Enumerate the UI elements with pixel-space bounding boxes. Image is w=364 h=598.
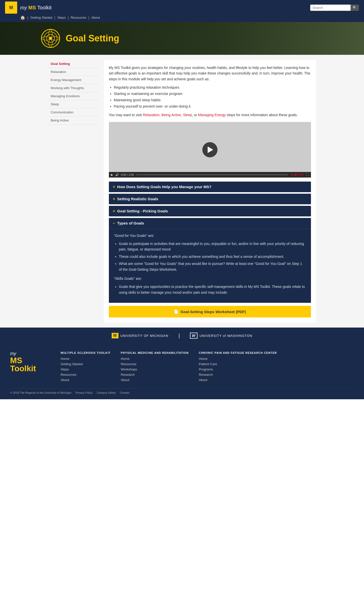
footer-col-2-heading: PHYSICAL MEDICINE AND REHABILITATION (121, 351, 189, 354)
sidebar-item-managing-emotions[interactable]: Managing Emotions (48, 92, 99, 100)
accordion-types-body: "Good for You Goals" are: Goals to parti… (109, 229, 311, 303)
footer-col-pmr: PHYSICAL MEDICINE AND REHABILITATION Hom… (121, 351, 189, 383)
nav-bar: 🏠 | Getting Started | Steps | Resources … (0, 15, 364, 22)
sidebar-item-being-active[interactable]: Being Active (48, 116, 99, 124)
header-bar: M my MS Toolkit 🔍 (0, 0, 364, 15)
search-button[interactable]: 🔍 (351, 5, 359, 11)
contact-link[interactable]: Contact (120, 391, 129, 394)
footer-link-pmr-resources[interactable]: Resources (121, 362, 189, 366)
footer-brand-title: my MSToolkit (10, 351, 51, 372)
footer-col-ms-toolkit: MULTIPLE SCLEROSIS TOOLKIT Home Getting … (61, 351, 111, 383)
video-time: 0:00 / 3:00 (121, 173, 134, 176)
footer-link-ms-steps[interactable]: Steps (61, 367, 111, 371)
video-progress-bar[interactable] (136, 174, 288, 175)
footer-link-ms-getting-started[interactable]: Getting Started (61, 362, 111, 366)
footer-link-ms-resources[interactable]: Resources (61, 373, 111, 377)
video-play-ctrl[interactable]: ▶ (111, 173, 113, 177)
sidebar-item-energy-management[interactable]: Energy Management (48, 76, 99, 84)
sidebar: Goal Setting Relaxation Energy Managemen… (48, 60, 99, 322)
footer-link-cpfrc-about[interactable]: About (199, 378, 277, 382)
accordion-types-header[interactable]: − Types of Goals (109, 218, 311, 229)
footer-brand: my MSToolkit (10, 351, 51, 373)
accordion-picking-goals-header[interactable]: + Goal Setting - Picking Goals (109, 206, 311, 216)
partner-separator: | (179, 333, 180, 339)
bullet-1: Regularly practicing relaxation techniqu… (114, 85, 311, 90)
skills-bullets: Goals that give you opportunities to pra… (119, 284, 306, 295)
video-player[interactable]: ▶ 🔊 0:00 / 3:00 You▶Tube ⛶ (109, 122, 311, 178)
nav-sep-2: | (54, 16, 55, 20)
footer-link-pmr-home[interactable]: Home (121, 357, 189, 361)
accordion-1-symbol: + (113, 185, 115, 189)
sidebar-item-communication[interactable]: Communication (48, 108, 99, 116)
accordion-1-title: How Does Setting Goals Help you Manage y… (117, 185, 211, 189)
accordion-types-of-goals: − Types of Goals "Good for You Goals" ar… (109, 218, 311, 303)
hero-content: Goal Setting (0, 28, 119, 48)
nav-link-resources[interactable]: Resources (71, 16, 86, 19)
sidebar-item-working-with-thoughts[interactable]: Working with Thoughts (48, 84, 99, 92)
intro-bullets: Regularly practicing relaxation techniqu… (114, 85, 311, 109)
video-volume-ctrl[interactable]: 🔊 (115, 173, 119, 177)
skills-label: "Skills Goals" are: (114, 276, 306, 281)
search-bar: 🔍 (310, 5, 359, 11)
gfy-bullet-3: What are some "Good for You Goals" that … (119, 261, 306, 272)
accordion-setting-realistic-header[interactable]: + Setting Realistic Goals (109, 194, 311, 204)
link-sleep[interactable]: Sleep (183, 113, 192, 117)
footer-link-cpfrc-research[interactable]: Research (199, 373, 277, 377)
youtube-logo: You▶Tube (290, 173, 304, 176)
uw-logo-footer: W (190, 333, 198, 339)
footer-link-pmr-research[interactable]: Research (121, 373, 189, 377)
sidebar-item-relaxation[interactable]: Relaxation (48, 68, 99, 76)
nav-link-getting-started[interactable]: Getting Started (30, 16, 52, 19)
pdf-btn-label: Goal-Setting Steps Worksheet (PDF) (181, 310, 246, 314)
footer-link-cpfrc-home[interactable]: Home (199, 357, 277, 361)
footer-link-cpfrc-patient-care[interactable]: Patient Care (199, 362, 277, 366)
accordion-3-title: Goal Setting - Picking Goals (117, 209, 168, 213)
partner-uw: W UNIVERSITY of WASHINGTON (190, 333, 252, 339)
site-title-my: my (20, 5, 27, 10)
nav-home[interactable]: 🏠 (20, 15, 25, 20)
footer-top: my MSToolkit MULTIPLE SCLEROSIS TOOLKIT … (10, 351, 354, 383)
campus-safety-link[interactable]: Campus Safety (97, 391, 116, 394)
hero: Goal Setting (0, 22, 364, 55)
accordion-4-symbol: − (113, 221, 115, 226)
intro-paragraph: My MS Toolkit gives you strategies for c… (109, 65, 311, 82)
video-controls: ▶ 🔊 0:00 / 3:00 You▶Tube ⛶ (109, 172, 311, 178)
video-fullscreen[interactable]: ⛶ (306, 173, 309, 177)
gfy-bullet-1: Goals to participate in activities that … (119, 241, 306, 252)
link-managing-energy[interactable]: Managing Energy (198, 113, 226, 117)
site-title-ms: MS (28, 5, 36, 10)
footer-bottom: © 2018 The Regents of the University of … (10, 388, 354, 394)
uw-name: UNIVERSITY of WASHINGTON (200, 334, 252, 338)
footer-cols: MULTIPLE SCLEROSIS TOOLKIT Home Getting … (61, 351, 354, 383)
accordion-2-title: Setting Realistic Goals (117, 197, 158, 201)
header: M my MS Toolkit 🔍 🏠 | Getting Started | … (0, 0, 364, 22)
search-input[interactable] (310, 5, 351, 11)
footer-link-cpfrc-programs[interactable]: Programs (199, 367, 277, 371)
nav-sep-3: | (68, 16, 69, 20)
accordion-how-does-header[interactable]: + How Does Setting Goals Help you Manage… (109, 182, 311, 192)
sidebar-item-sleep[interactable]: Sleep (48, 100, 99, 108)
privacy-policy-link[interactable]: Privacy Policy (76, 391, 93, 394)
accordion-4-title: Types of Goals (117, 221, 144, 225)
footer-link-ms-home[interactable]: Home (61, 357, 111, 361)
link-relaxation[interactable]: Relaxation (143, 113, 159, 117)
good-for-you-bullets: Goals to participate in activities that … (119, 241, 306, 272)
footer-link-ms-about[interactable]: About (61, 378, 111, 382)
footer-link-pmr-about[interactable]: About (121, 378, 189, 382)
accordion-picking-goals: + Goal Setting - Picking Goals (109, 206, 311, 216)
copyright: © 2018 The Regents of the University of … (10, 391, 71, 394)
footer-link-pmr-workshops[interactable]: Workshops (121, 367, 189, 371)
sidebar-item-goal-setting[interactable]: Goal Setting (48, 60, 99, 68)
nav-sep-4: | (88, 16, 89, 20)
bullet-4: Pacing yourself to prevent over- or unde… (114, 104, 311, 109)
good-for-you-label: "Good for You Goals" are: (114, 233, 306, 238)
hero-title: Goal Setting (66, 33, 119, 44)
video-play-button[interactable] (202, 142, 217, 157)
nav-link-about[interactable]: About (91, 16, 100, 19)
site-title: my MS Toolkit (20, 5, 52, 11)
link-being-active[interactable]: Being Active (161, 113, 181, 117)
partner-um: M UNIVERSITY OF MICHIGAN (112, 333, 168, 338)
pdf-download-button[interactable]: 📄 Goal-Setting Steps Worksheet (PDF) (109, 306, 311, 317)
nav-link-steps[interactable]: Steps (57, 16, 66, 19)
um-logo-footer: M (112, 333, 118, 338)
